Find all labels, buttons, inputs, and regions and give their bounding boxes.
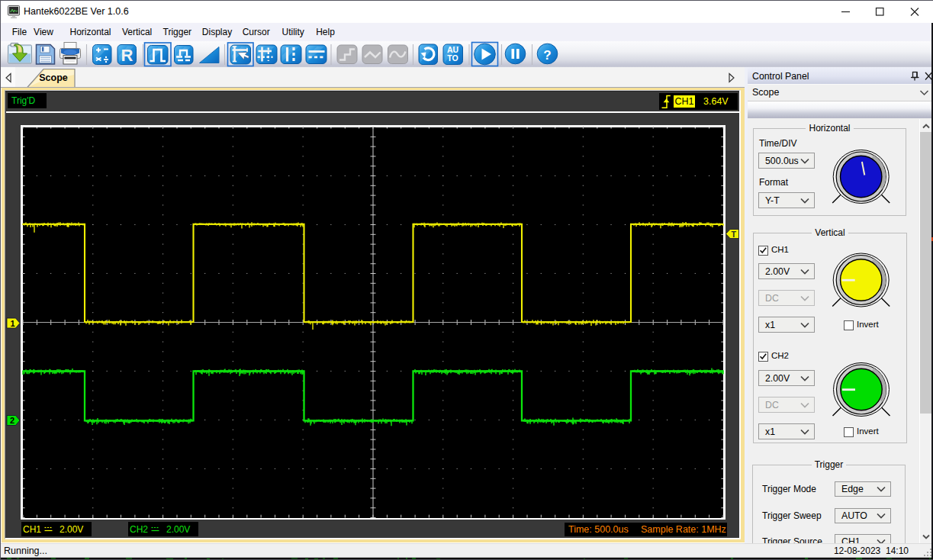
svg-text:T: T — [732, 230, 737, 239]
svg-text:2: 2 — [10, 416, 14, 425]
svg-text:1: 1 — [11, 319, 15, 328]
